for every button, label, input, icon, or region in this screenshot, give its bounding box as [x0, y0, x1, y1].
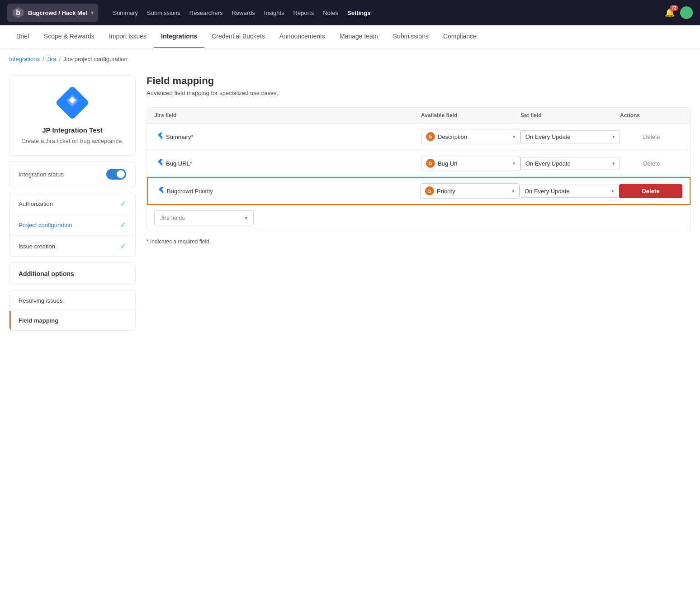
jira-fields-dropdown[interactable]: Jira fields ▾	[154, 210, 254, 225]
summary-set-dropdown[interactable]: On Every Update ▾	[520, 130, 620, 143]
integration-toggle[interactable]	[106, 169, 126, 180]
breadcrumb-integrations[interactable]: Integrations	[9, 56, 40, 62]
program-name: Bugcrowd / Hack Me!	[28, 10, 87, 16]
table-row-summary: Summary* b Description ▾ On Every Update	[147, 124, 691, 150]
nav-credential-buckets[interactable]: Credential Buckets	[204, 25, 272, 48]
jira-field-priority: Bugcrowd Priority	[155, 187, 420, 195]
table-header: Jira field Available field Set field Act…	[147, 108, 691, 124]
priority-available-arrow: ▾	[512, 188, 515, 194]
nav-integrations[interactable]: Integrations	[154, 25, 204, 48]
notification-badge: 72	[670, 5, 678, 11]
nav-insights[interactable]: Insights	[264, 10, 284, 16]
bugcrowd-icon-priority: b	[425, 186, 434, 195]
notification-bell[interactable]: 🔔 72	[665, 8, 675, 18]
nav-manage-team[interactable]: Manage team	[332, 25, 386, 48]
jira-icon-priority	[155, 187, 163, 195]
nav-settings[interactable]: Settings	[347, 10, 370, 16]
nav-import-issues[interactable]: Import issues	[102, 25, 154, 48]
jira-logo	[56, 86, 89, 119]
logo-area[interactable]: b Bugcrowd / Hack Me! ▾	[7, 4, 98, 22]
sidebar-nav-project-config[interactable]: Project configuration ✓	[9, 214, 135, 236]
jira-icon-summary	[154, 133, 162, 141]
field-mapping-table: Jira field Available field Set field Act…	[147, 107, 691, 231]
bugurl-available-arrow: ▾	[513, 161, 516, 167]
nav-submissions[interactable]: Submissions	[386, 25, 436, 48]
bugurl-available-value: Bug Url	[438, 160, 457, 167]
program-chevron: ▾	[91, 10, 94, 16]
summary-set-value: On Every Update	[525, 133, 571, 140]
jira-field-bugurl: Bug URL*	[154, 159, 421, 167]
summary-actions: Delete	[620, 130, 683, 144]
authorization-check: ✓	[120, 200, 126, 208]
bottom-nav-resolving-issues[interactable]: Resolving issues	[9, 291, 135, 311]
status-label: Integration status	[19, 171, 64, 178]
table-row-priority: Bugcrowd Priority b Priority ▾ On Every …	[147, 177, 691, 205]
jira-fields-arrow: ▾	[245, 214, 248, 221]
toggle-knob	[117, 170, 125, 178]
priority-set-dropdown[interactable]: On Every Update ▾	[520, 185, 619, 198]
integration-title: JP Integration Test	[42, 126, 103, 134]
bugurl-actions: Delete	[620, 157, 683, 171]
bugcrowd-icon-bugurl: b	[426, 159, 435, 168]
additional-options-label: Additional options	[19, 270, 74, 277]
jira-icon-bugurl	[154, 159, 162, 167]
jira-field-summary: Summary*	[154, 133, 421, 141]
bugurl-available-dropdown[interactable]: b Bug Url ▾	[421, 156, 520, 171]
authorization-label: Authorization	[19, 200, 53, 207]
project-config-check: ✓	[120, 221, 126, 229]
page-title: Field mapping	[147, 75, 691, 87]
top-nav-links: Summary Submissions Researchers Rewards …	[113, 10, 654, 16]
integration-desc: Create a Jira ticket on bug acceptance.	[21, 138, 123, 144]
field-mapping-label: Field mapping	[19, 317, 58, 324]
svg-text:b: b	[16, 9, 20, 16]
nav-summary[interactable]: Summary	[113, 10, 138, 16]
priority-set-value: On Every Update	[525, 188, 570, 195]
nav-submissions[interactable]: Submissions	[147, 10, 180, 16]
issue-creation-check: ✓	[120, 242, 126, 250]
header-actions: Actions	[620, 112, 683, 119]
bugcrowd-logo: b	[12, 6, 24, 19]
breadcrumb-current: Jira project configuration	[63, 56, 128, 62]
second-navigation: Brief Scope & Rewards Import issues Inte…	[0, 25, 700, 48]
summary-set-field: On Every Update ▾	[520, 130, 620, 143]
nav-announcements[interactable]: Announcements	[272, 25, 332, 48]
bottom-nav-field-mapping[interactable]: Field mapping	[9, 311, 135, 330]
sidebar-nav-authorization[interactable]: Authorization ✓	[9, 193, 135, 214]
header-available-field: Available field	[421, 112, 520, 119]
bugcrowd-icon-summary: b	[426, 132, 435, 141]
bugurl-set-field: On Every Update ▾	[520, 157, 620, 170]
bugurl-set-arrow: ▾	[612, 161, 615, 167]
summary-available-field: b Description ▾	[421, 129, 520, 144]
nav-reports[interactable]: Reports	[293, 10, 314, 16]
breadcrumb-sep-1: /	[43, 56, 44, 62]
svg-rect-6	[158, 133, 162, 139]
nav-researchers[interactable]: Researchers	[189, 10, 223, 16]
nav-rewards[interactable]: Rewards	[232, 10, 255, 16]
summary-available-arrow: ▾	[513, 134, 516, 140]
breadcrumb-jira[interactable]: Jira	[47, 56, 57, 62]
bugurl-available-field: b Bug Url ▾	[421, 156, 520, 171]
project-config-label: Project configuration	[19, 222, 72, 228]
summary-field-name: Summary*	[166, 133, 194, 140]
status-card: Integration status	[9, 161, 136, 187]
bugurl-delete-button[interactable]: Delete	[620, 157, 683, 171]
table-row-bugurl: Bug URL* b Bug Url ▾ On Every Update ▾	[147, 150, 691, 177]
sidebar: JP Integration Test Create a Jira ticket…	[9, 75, 136, 576]
additional-options-card: Additional options	[9, 262, 136, 285]
summary-delete-button[interactable]: Delete	[620, 130, 683, 144]
bottom-nav: Resolving issues Field mapping	[9, 290, 136, 331]
header-set-field: Set field	[520, 112, 620, 119]
bugurl-set-dropdown[interactable]: On Every Update ▾	[520, 157, 620, 170]
nav-notes[interactable]: Notes	[323, 10, 338, 16]
summary-available-dropdown[interactable]: b Description ▾	[421, 129, 520, 144]
bugurl-set-value: On Every Update	[525, 160, 571, 167]
nav-brief[interactable]: Brief	[9, 25, 37, 48]
nav-scope-rewards[interactable]: Scope & Rewards	[37, 25, 102, 48]
summary-set-arrow: ▾	[612, 134, 615, 140]
user-avatar[interactable]	[680, 6, 693, 19]
nav-compliance[interactable]: Compliance	[436, 25, 484, 48]
priority-delete-button[interactable]: Delete	[619, 184, 682, 198]
page-description: Advanced field mapping for specialized u…	[147, 90, 691, 96]
sidebar-nav-issue-creation[interactable]: Issue creation ✓	[9, 236, 135, 257]
priority-available-dropdown[interactable]: b Priority ▾	[420, 183, 520, 199]
